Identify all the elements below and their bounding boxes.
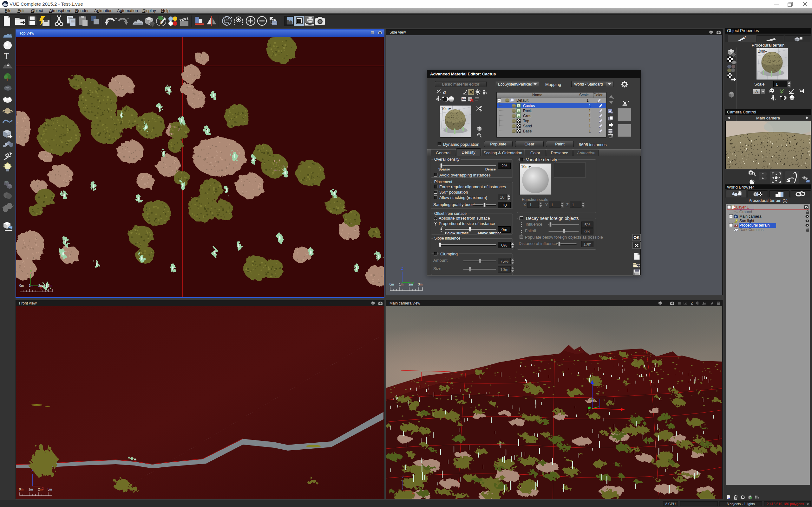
- svg-text:10m: 10m: [521, 164, 528, 169]
- svg-text:1m: 1m: [29, 488, 33, 491]
- svg-text:1: 1: [589, 109, 591, 113]
- svg-text:3m: 3m: [48, 488, 52, 491]
- svg-text:2m: 2m: [38, 488, 43, 491]
- svg-text:1: 1: [589, 114, 591, 118]
- svg-text:1m: 1m: [399, 283, 403, 286]
- svg-text:Base: Base: [523, 129, 532, 133]
- svg-text:Gras: Gras: [523, 114, 531, 118]
- svg-text:Procedural terrain: Procedural terrain: [740, 223, 769, 228]
- svg-text:a: a: [443, 89, 446, 95]
- svg-text:Z: Z: [401, 267, 403, 270]
- svg-text:Dark Cumulus: Dark Cumulus: [740, 228, 763, 232]
- svg-text:Default: Default: [516, 98, 529, 103]
- svg-text:2m: 2m: [38, 284, 43, 287]
- svg-text:Rock: Rock: [523, 109, 532, 113]
- svg-text:Top: Top: [523, 119, 529, 123]
- svg-text:Sand: Sand: [523, 124, 532, 128]
- svg-text:1: 1: [589, 124, 591, 128]
- svg-text:10m: 10m: [441, 107, 449, 111]
- svg-text:Main camera: Main camera: [740, 214, 762, 219]
- svg-text:Z: Z: [32, 469, 34, 473]
- svg-text:0m: 0m: [390, 283, 394, 286]
- svg-text:Z: Z: [402, 475, 404, 479]
- svg-text:1: 1: [589, 104, 591, 108]
- svg-text:0m: 0m: [19, 284, 24, 287]
- svg-text:3m: 3m: [48, 284, 52, 287]
- svg-text:X: X: [412, 491, 414, 495]
- svg-text:1: 1: [587, 98, 589, 103]
- svg-text:1: 1: [589, 129, 591, 133]
- svg-text:3m: 3m: [418, 283, 422, 286]
- svg-text:Y: Y: [30, 270, 32, 274]
- svg-text:Ground: Ground: [740, 210, 752, 214]
- svg-text:10m: 10m: [758, 49, 765, 54]
- svg-text:Sun light: Sun light: [740, 219, 754, 223]
- svg-text:T: T: [4, 51, 9, 61]
- svg-text:Layer 1: Layer 1: [736, 205, 749, 210]
- svg-text:0m: 0m: [19, 488, 23, 491]
- svg-text:1: 1: [589, 119, 591, 123]
- svg-text:2m: 2m: [409, 283, 413, 286]
- svg-text:Cactus: Cactus: [523, 104, 535, 108]
- svg-text:1m: 1m: [29, 284, 33, 287]
